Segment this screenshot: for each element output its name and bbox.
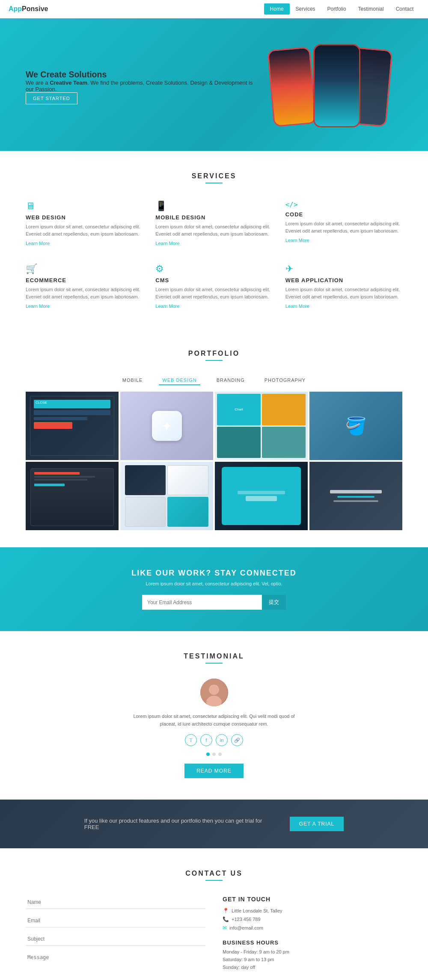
web-app-learn-more[interactable]: Learn More bbox=[285, 304, 309, 309]
web-design-learn-more[interactable]: Learn More bbox=[26, 241, 50, 246]
contact-info: GET IN TOUCH 📍 Little Lonsdale St, Talle… bbox=[223, 896, 402, 980]
service-item-cms: ⚙ CMS Lorem ipsum dolor sit amet, consec… bbox=[155, 261, 272, 311]
hero-phones bbox=[262, 40, 402, 134]
linkedin-icon[interactable]: 🔗 bbox=[231, 734, 243, 746]
message-field[interactable] bbox=[26, 951, 205, 980]
ecommerce-title: ECOMMERCE bbox=[26, 277, 143, 283]
phone-center bbox=[313, 44, 360, 127]
testimonial-text: Lorem ipsum dolor sit amet, consectetur … bbox=[128, 713, 300, 728]
hours-sunday: Sunday: day off bbox=[223, 965, 402, 970]
hours-weekday: Monday - Friday: 9 am to 20 pm bbox=[223, 949, 402, 954]
cms-icon: ⚙ bbox=[155, 263, 272, 275]
get-started-button[interactable]: GET STARTED bbox=[26, 92, 77, 104]
web-design-title: WEB DESIGN bbox=[26, 214, 143, 221]
mobile-design-title: MOBILE DESIGN bbox=[155, 214, 272, 221]
portfolio-item-6[interactable] bbox=[120, 462, 213, 530]
name-field[interactable] bbox=[26, 896, 205, 909]
location-icon: 📍 bbox=[223, 908, 229, 914]
portfolio-item-8[interactable] bbox=[309, 462, 402, 530]
service-item-code: </> CODE Lorem ipsum dolor sit amet, con… bbox=[285, 198, 402, 248]
service-item-web-design: 🖥 WEB DESIGN Lorem ipsum dolor sit amet,… bbox=[26, 198, 143, 248]
web-design-desc: Lorem ipsum dolor sit amet, consectetur … bbox=[26, 223, 143, 237]
email-submit-button[interactable]: 提交 bbox=[262, 595, 286, 610]
mobile-design-learn-more[interactable]: Learn More bbox=[155, 241, 179, 246]
svg-point-1 bbox=[209, 685, 219, 695]
nav-link-testimonial[interactable]: Testimonial bbox=[352, 3, 390, 15]
contact-title: CONTACT US bbox=[26, 870, 402, 877]
portfolio-item-2[interactable]: ✦ bbox=[120, 392, 213, 460]
ecommerce-icon: 🛒 bbox=[26, 263, 143, 275]
web-app-icon: ✈ bbox=[285, 263, 402, 275]
social-icons: 𝕋 f in 🔗 bbox=[26, 734, 402, 746]
testimonial-dots bbox=[26, 753, 402, 756]
tab-web-design[interactable]: WEB DESIGN bbox=[159, 376, 200, 385]
testimonial-section: TESTIMONIAL Lorem ipsum dolor sit amet, … bbox=[0, 631, 428, 800]
contact-address: 📍 Little Lonsdale St, Talley bbox=[223, 908, 402, 914]
cms-learn-more[interactable]: Learn More bbox=[155, 304, 179, 309]
trial-banner: If you like our product features and our… bbox=[0, 800, 428, 848]
address-text: Little Lonsdale St, Talley bbox=[232, 908, 282, 913]
portfolio-section: PORTFOLIO MOBILE WEB DESIGN BRANDING PHO… bbox=[0, 333, 428, 547]
code-desc: Lorem ipsum dolor sit amet, consectetur … bbox=[285, 220, 402, 234]
tab-mobile[interactable]: MOBILE bbox=[119, 376, 146, 385]
code-title: CODE bbox=[285, 211, 402, 218]
services-grid: 🖥 WEB DESIGN Lorem ipsum dolor sit amet,… bbox=[26, 198, 402, 311]
email-input[interactable] bbox=[142, 595, 262, 610]
service-item-web-app: ✈ WEB APPLICATION Lorem ipsum dolor sit … bbox=[285, 261, 402, 311]
get-in-touch-title: GET IN TOUCH bbox=[223, 896, 402, 903]
portfolio-grid: CLOSE ✦ Chart bbox=[26, 392, 402, 530]
dot-3[interactable] bbox=[218, 753, 222, 756]
mobile-design-desc: Lorem ipsum dolor sit amet, consectetur … bbox=[155, 223, 272, 237]
contact-phone: 📞 +123 456 789 bbox=[223, 916, 402, 922]
hero-description: We are a Creative Team. We find the prob… bbox=[26, 80, 262, 92]
trial-text: If you like our product features and our… bbox=[84, 818, 277, 830]
dot-2[interactable] bbox=[212, 753, 216, 756]
hero-content: We Create Solutions We are a Creative Te… bbox=[26, 70, 262, 104]
portfolio-item-1[interactable]: CLOSE bbox=[26, 392, 119, 460]
contact-form: SEND MESSAGE bbox=[26, 896, 205, 980]
nav-link-services[interactable]: Services bbox=[290, 3, 321, 15]
twitter-icon[interactable]: 𝕋 bbox=[185, 734, 197, 746]
ecommerce-desc: Lorem ipsum dolor sit amet, consectetur … bbox=[26, 286, 143, 300]
portfolio-item-3[interactable]: Chart bbox=[215, 392, 308, 460]
tab-branding[interactable]: BRANDING bbox=[213, 376, 248, 385]
email-form: 提交 bbox=[26, 595, 402, 610]
portfolio-item-4[interactable]: 🪣 bbox=[309, 392, 402, 460]
nav-link-home[interactable]: Home bbox=[264, 3, 290, 15]
portfolio-title: PORTFOLIO bbox=[26, 350, 402, 357]
services-underline bbox=[205, 183, 223, 183]
web-app-desc: Lorem ipsum dolor sit amet, consectetur … bbox=[285, 286, 402, 300]
contact-underline bbox=[205, 880, 223, 881]
services-title: SERVICES bbox=[26, 172, 402, 180]
mobile-design-icon: 📱 bbox=[155, 201, 272, 212]
business-hours-title: BUSINESS HOURS bbox=[223, 939, 402, 946]
service-item-ecommerce: 🛒 ECOMMERCE Lorem ipsum dolor sit amet, … bbox=[26, 261, 143, 311]
phone-icon: 📞 bbox=[223, 916, 229, 922]
phone-left bbox=[267, 47, 316, 127]
email-field[interactable] bbox=[26, 914, 205, 927]
web-design-icon: 🖥 bbox=[26, 201, 143, 212]
instagram-icon[interactable]: in bbox=[216, 734, 228, 746]
stay-connected-section: LIKE OUR WORK? STAY CONNECTED Lorem ipsu… bbox=[0, 547, 428, 631]
code-icon: </> bbox=[285, 201, 402, 209]
portfolio-item-5[interactable] bbox=[26, 462, 119, 530]
code-learn-more[interactable]: Learn More bbox=[285, 238, 309, 243]
portfolio-item-7[interactable] bbox=[215, 462, 308, 530]
read-more-button[interactable]: REaD More bbox=[184, 764, 244, 778]
logo: AppPonsive bbox=[9, 5, 48, 13]
hours-saturday: Saturday: 9 am to 13 pm bbox=[223, 957, 402, 962]
dot-1[interactable] bbox=[206, 753, 210, 756]
nav-link-portfolio[interactable]: Portfolio bbox=[321, 3, 352, 15]
contact-section: CONTACT US SEND MESSAGE GET IN TOUCH 📍 L… bbox=[0, 848, 428, 980]
subject-field[interactable] bbox=[26, 933, 205, 946]
stay-connected-title: LIKE OUR WORK? STAY CONNECTED bbox=[26, 569, 402, 578]
nav-link-contact[interactable]: Contact bbox=[390, 3, 419, 15]
facebook-icon[interactable]: f bbox=[200, 734, 212, 746]
phone-text: +123 456 789 bbox=[232, 917, 261, 922]
portfolio-underline bbox=[205, 360, 223, 361]
navbar: AppPonsive Home Services Portfolio Testi… bbox=[0, 0, 428, 18]
tab-photography[interactable]: PHOTOGRAPHY bbox=[261, 376, 309, 385]
cms-desc: Lorem ipsum dolor sit amet, consectetur … bbox=[155, 286, 272, 300]
ecommerce-learn-more[interactable]: Learn More bbox=[26, 304, 50, 309]
get-trial-button[interactable]: GET A TRIAL bbox=[290, 817, 344, 831]
